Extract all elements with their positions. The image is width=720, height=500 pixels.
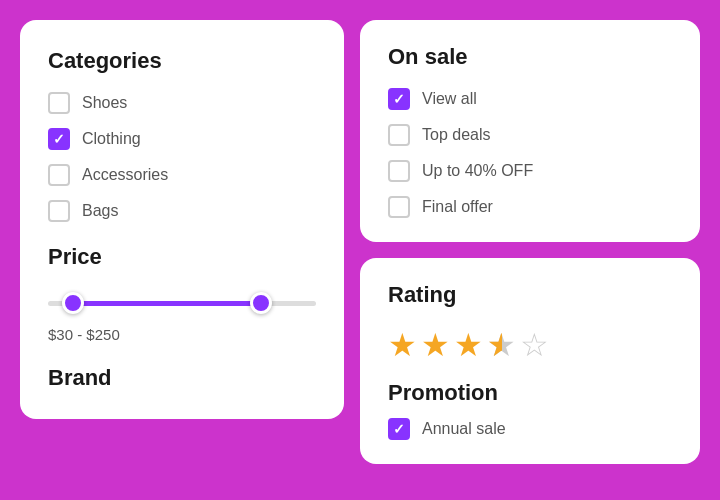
slider-thumb-max[interactable] — [250, 292, 272, 314]
checkbox-bags[interactable] — [48, 200, 70, 222]
on-sale-list: View all Top deals Up to 40% OFF Final o… — [388, 88, 672, 218]
on-sale-title: On sale — [388, 44, 672, 70]
category-label-bags: Bags — [82, 202, 118, 220]
star-3: ★ — [454, 326, 483, 364]
promotion-list: Annual sale — [388, 418, 672, 440]
star-4-fill: ★ — [487, 326, 502, 364]
label-view-all: View all — [422, 90, 477, 108]
promo-annual-sale[interactable]: Annual sale — [388, 418, 672, 440]
onsale-view-all[interactable]: View all — [388, 88, 672, 110]
onsale-top-deals[interactable]: Top deals — [388, 124, 672, 146]
categories-card: Categories Shoes Clothing Accessories — [20, 20, 344, 419]
promotion-title: Promotion — [388, 380, 672, 406]
category-bags[interactable]: Bags — [48, 200, 316, 222]
onsale-final-offer[interactable]: Final offer — [388, 196, 672, 218]
onsale-40-off[interactable]: Up to 40% OFF — [388, 160, 672, 182]
star-1: ★ — [388, 326, 417, 364]
checkbox-final-offer[interactable] — [388, 196, 410, 218]
star-2: ★ — [421, 326, 450, 364]
category-label-shoes: Shoes — [82, 94, 127, 112]
category-label-clothing: Clothing — [82, 130, 141, 148]
category-clothing[interactable]: Clothing — [48, 128, 316, 150]
price-range-label: $30 - $250 — [48, 326, 316, 343]
checkbox-top-deals[interactable] — [388, 124, 410, 146]
star-rating[interactable]: ★ ★ ★ ★ ★ ☆ — [388, 326, 672, 364]
price-title: Price — [48, 244, 316, 270]
categories-list: Shoes Clothing Accessories Bags — [48, 92, 316, 222]
checkbox-annual-sale[interactable] — [388, 418, 410, 440]
star-5: ☆ — [520, 326, 549, 364]
category-label-accessories: Accessories — [82, 166, 168, 184]
label-top-deals: Top deals — [422, 126, 491, 144]
rating-title: Rating — [388, 282, 672, 308]
category-shoes[interactable]: Shoes — [48, 92, 316, 114]
checkbox-accessories[interactable] — [48, 164, 70, 186]
label-final-offer: Final offer — [422, 198, 493, 216]
label-annual-sale: Annual sale — [422, 420, 506, 438]
checkbox-shoes[interactable] — [48, 92, 70, 114]
star-4: ★ ★ — [487, 326, 516, 364]
categories-title: Categories — [48, 48, 316, 74]
checkbox-view-all[interactable] — [388, 88, 410, 110]
slider-thumb-min[interactable] — [62, 292, 84, 314]
price-slider[interactable] — [48, 288, 316, 318]
checkbox-40-off[interactable] — [388, 160, 410, 182]
label-40-off: Up to 40% OFF — [422, 162, 533, 180]
category-accessories[interactable]: Accessories — [48, 164, 316, 186]
checkbox-clothing[interactable] — [48, 128, 70, 150]
slider-fill — [72, 301, 264, 306]
brand-title: Brand — [48, 365, 316, 391]
rating-promotion-card: Rating ★ ★ ★ ★ ★ ☆ Promotion Annual sale — [360, 258, 700, 464]
on-sale-card: On sale View all Top deals Up to 40% OFF — [360, 20, 700, 242]
